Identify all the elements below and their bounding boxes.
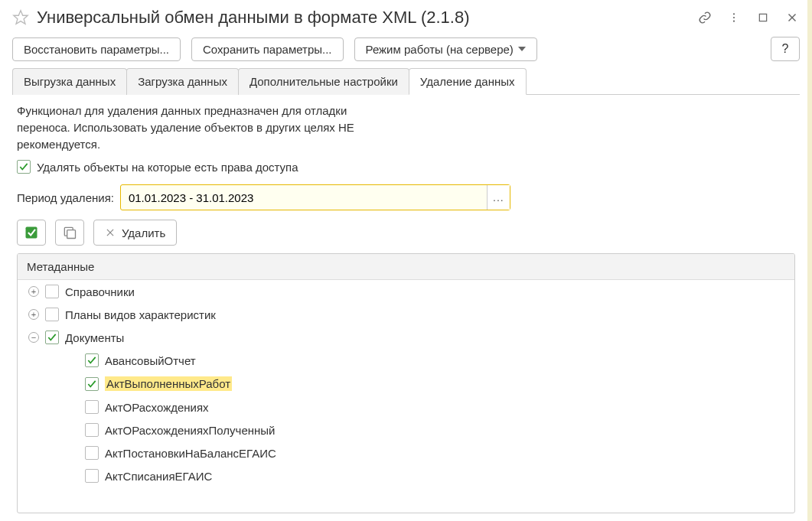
delete-rights-checkbox-row[interactable]: Удалять объекты на которые есть права до… [17, 160, 795, 174]
checkbox-icon[interactable] [17, 160, 31, 174]
expand-icon[interactable]: + [28, 286, 39, 297]
svg-rect-7 [26, 227, 38, 239]
node-label: АктОРасхождениях [105, 401, 209, 414]
tab-import[interactable]: Загрузка данных [126, 68, 239, 95]
toolbar: Восстановить параметры... Сохранить пара… [0, 32, 812, 67]
save-params-button[interactable]: Сохранить параметры... [191, 37, 344, 61]
tree-node-doc-5[interactable]: АктСписанияЕГАИС [18, 464, 794, 487]
maximize-icon[interactable] [755, 10, 771, 25]
node-label: Планы видов характеристик [65, 308, 216, 321]
checkbox-icon[interactable] [85, 423, 99, 437]
checkbox-icon[interactable] [45, 331, 59, 344]
panel-delete: Функционал для удаления данных предназна… [0, 95, 812, 521]
close-icon[interactable] [784, 10, 800, 25]
svg-point-3 [733, 21, 735, 22]
period-label: Период удаления: [17, 191, 114, 204]
check-all-button[interactable] [17, 220, 46, 246]
work-mode-button[interactable]: Режим работы (на сервере) [354, 37, 537, 61]
checkbox-label: Удалять объекты на которые есть права до… [37, 161, 298, 174]
titlebar: Универсальный обмен данными в формате XM… [0, 0, 812, 32]
tree-node-doc-1[interactable]: АктВыполненныхРабот [18, 372, 794, 396]
checkbox-icon[interactable] [85, 377, 99, 391]
tree-body[interactable]: + Справочники + Планы видов характеристи… [18, 280, 794, 511]
checkbox-icon[interactable] [85, 446, 99, 460]
link-icon[interactable] [697, 10, 713, 25]
description: Функционал для удаления данных предназна… [17, 103, 445, 152]
checkbox-icon[interactable] [45, 308, 59, 321]
svg-point-1 [733, 13, 735, 15]
action-row: Удалить [17, 220, 795, 246]
desc-line-2: переноса. Использовать удаление объектов… [17, 121, 354, 134]
checkbox-icon[interactable] [85, 400, 99, 414]
tree-node-catalogs[interactable]: + Справочники [18, 280, 794, 303]
svg-rect-9 [67, 230, 76, 239]
tree-node-plans[interactable]: + Планы видов характеристик [18, 303, 794, 326]
metadata-tree: Метаданные + Справочники + Планы видов х… [17, 253, 795, 513]
svg-marker-0 [14, 11, 28, 24]
tab-extra[interactable]: Дополнительные настройки [238, 68, 409, 95]
period-row: Период удаления: ... [17, 184, 795, 210]
desc-line-3: рекомендуется. [17, 138, 100, 151]
tree-node-doc-3[interactable]: АктОРасхожденияхПолученный [18, 418, 794, 441]
delete-button-label: Удалить [122, 226, 165, 239]
checkbox-icon[interactable] [85, 469, 99, 483]
title-actions [697, 10, 800, 25]
tree-node-doc-2[interactable]: АктОРасхождениях [18, 396, 794, 418]
checkbox-icon[interactable] [45, 285, 59, 298]
tabs: Выгрузка данных Загрузка данных Дополнит… [12, 67, 800, 95]
node-label: АктОРасхожденияхПолученный [105, 424, 275, 437]
node-label: Справочники [65, 285, 135, 298]
expand-icon[interactable]: + [28, 309, 39, 320]
node-label: АвансовыйОтчет [105, 354, 196, 367]
node-label: АктПостановкиНаБалансЕГАИС [105, 447, 276, 460]
svg-rect-4 [759, 14, 766, 21]
svg-point-2 [733, 17, 735, 18]
delete-button[interactable]: Удалить [93, 220, 177, 246]
checkbox-icon[interactable] [85, 353, 99, 367]
window-title: Универсальный обмен данными в формате XM… [37, 8, 697, 28]
tab-export[interactable]: Выгрузка данных [12, 68, 127, 95]
work-mode-label: Режим работы (на сервере) [366, 43, 514, 56]
tree-node-doc-0[interactable]: АвансовыйОтчет [18, 349, 794, 372]
period-input[interactable] [121, 185, 487, 210]
help-button[interactable]: ? [771, 37, 800, 61]
uncheck-all-button[interactable] [55, 220, 84, 246]
node-label: Документы [65, 331, 124, 344]
collapse-icon[interactable]: − [28, 332, 39, 343]
tree-node-doc-4[interactable]: АктПостановкиНаБалансЕГАИС [18, 441, 794, 464]
node-label: АктВыполненныхРабот [105, 376, 232, 391]
chevron-down-icon [518, 47, 526, 51]
favorite-star-icon[interactable] [12, 9, 29, 26]
tree-header: Метаданные [18, 254, 794, 280]
period-field: ... [120, 184, 510, 210]
node-label: АктСписанияЕГАИС [105, 470, 212, 483]
scrollbar-gutter [807, 0, 812, 521]
tree-node-documents[interactable]: − Документы [18, 326, 794, 349]
desc-line-1: Функционал для удаления данных предназна… [17, 104, 347, 117]
restore-params-button[interactable]: Восстановить параметры... [12, 37, 181, 61]
tab-delete[interactable]: Удаление данных [409, 68, 527, 95]
kebab-menu-icon[interactable] [726, 10, 742, 25]
period-picker-button[interactable]: ... [487, 185, 510, 210]
